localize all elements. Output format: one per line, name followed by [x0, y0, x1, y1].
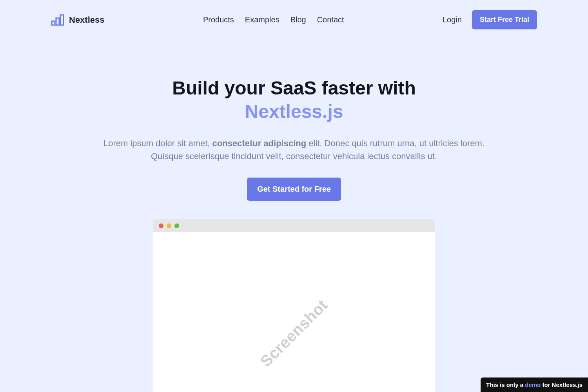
site-header: Nextless Products Examples Blog Contact … [0, 0, 588, 29]
main-nav: Products Examples Blog Contact [203, 15, 344, 24]
nav-examples[interactable]: Examples [245, 15, 279, 24]
hero-sub-bold: consectetur adipiscing [212, 138, 307, 148]
nav-products[interactable]: Products [203, 15, 234, 24]
screenshot-window: Screenshot [153, 220, 435, 392]
ribbon-before: This is only a [486, 381, 525, 388]
brand[interactable]: Nextless [51, 14, 105, 26]
bars-logo-icon [51, 14, 64, 26]
screenshot-canvas: Screenshot [153, 232, 435, 392]
header-right: Login Start Free Trial [443, 10, 537, 29]
ribbon-demo-word: demo [525, 381, 541, 388]
hero-sub-before: Lorem ipsum dolor sit amet, [103, 138, 212, 148]
start-trial-button[interactable]: Start Free Trial [472, 10, 537, 29]
login-link[interactable]: Login [443, 15, 462, 24]
ribbon-after: for Nextless.js [541, 381, 583, 388]
traffic-light-zoom-icon [174, 223, 179, 228]
hero-title: Build your SaaS faster with Nextless.js [96, 76, 492, 123]
svg-rect-0 [52, 21, 55, 25]
svg-rect-2 [60, 15, 64, 25]
nav-contact[interactable]: Contact [317, 15, 344, 24]
hero-sub: Lorem ipsum dolor sit amet, consectetur … [96, 137, 492, 163]
svg-rect-1 [56, 18, 59, 25]
traffic-light-minimize-icon [167, 223, 171, 228]
nav-blog[interactable]: Blog [290, 15, 306, 24]
brand-name: Nextless [69, 15, 105, 25]
demo-ribbon[interactable]: This is only a demo for Nextless.js [481, 377, 588, 392]
get-started-button[interactable]: Get Started for Free [247, 178, 341, 201]
traffic-light-close-icon [159, 223, 163, 228]
window-chrome [153, 220, 435, 232]
screenshot-watermark: Screenshot [257, 296, 331, 370]
hero: Build your SaaS faster with Nextless.js … [88, 76, 500, 201]
hero-title-accent: Nextless.js [245, 101, 343, 122]
hero-title-plain: Build your SaaS faster with [172, 78, 416, 98]
